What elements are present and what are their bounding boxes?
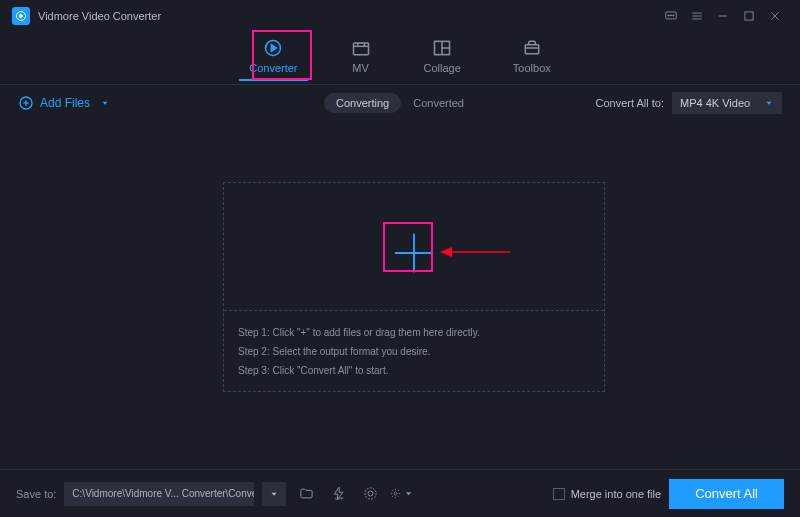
bottom-bar: Save to: C:\Vidmore\Vidmore V... Convert… <box>0 469 800 517</box>
svg-rect-22 <box>525 45 538 54</box>
checkbox-icon <box>553 488 565 500</box>
svg-marker-39 <box>406 492 412 495</box>
close-button[interactable] <box>762 3 788 29</box>
save-path-dropdown[interactable] <box>262 482 286 506</box>
tab-converter[interactable]: Converter <box>243 38 303 80</box>
svg-point-38 <box>394 492 397 495</box>
save-to-label: Save to: <box>16 488 56 500</box>
titlebar: Vidmore Video Converter <box>0 0 800 32</box>
add-files-plus-button[interactable] <box>390 229 438 277</box>
subtab-converting[interactable]: Converting <box>324 93 401 113</box>
step-1: Step 1: Click "+" to add files or drag t… <box>238 323 590 342</box>
minimize-button[interactable] <box>710 3 736 29</box>
maximize-button[interactable] <box>736 3 762 29</box>
open-folder-button[interactable] <box>294 482 318 506</box>
app-title: Vidmore Video Converter <box>38 10 161 22</box>
tab-label: Collage <box>424 62 461 74</box>
sub-toolbar: Add Files Converting Converted Convert A… <box>0 84 800 120</box>
svg-marker-27 <box>103 101 108 104</box>
hardware-accel-button[interactable]: OFF <box>326 482 350 506</box>
tab-toolbox[interactable]: Toolbox <box>507 38 557 80</box>
tab-label: Toolbox <box>513 62 551 74</box>
add-files-label: Add Files <box>40 96 90 110</box>
svg-text:OFF: OFF <box>335 496 344 501</box>
sub-tabs: Converting Converted <box>324 93 476 113</box>
svg-rect-15 <box>353 43 368 55</box>
merge-checkbox[interactable]: Merge into one file <box>553 488 662 500</box>
instructions: Step 1: Click "+" to add files or drag t… <box>238 323 590 380</box>
app-logo-icon <box>12 7 30 25</box>
settings-button[interactable] <box>390 482 414 506</box>
feedback-icon[interactable] <box>658 3 684 29</box>
svg-marker-28 <box>767 101 772 104</box>
add-files-button[interactable]: Add Files <box>18 95 110 111</box>
step-3: Step 3: Click "Convert All" to start. <box>238 361 590 380</box>
menu-icon[interactable] <box>684 3 710 29</box>
svg-marker-14 <box>272 45 277 52</box>
subtab-converted[interactable]: Converted <box>401 93 476 113</box>
svg-rect-10 <box>745 12 753 20</box>
merge-label: Merge into one file <box>571 488 662 500</box>
convert-all-button[interactable]: Convert All <box>669 479 784 509</box>
svg-point-3 <box>668 15 669 16</box>
high-speed-button[interactable] <box>358 482 382 506</box>
divider <box>224 310 604 311</box>
save-path-field[interactable]: C:\Vidmore\Vidmore V... Converter\Conver… <box>64 482 254 506</box>
tab-mv[interactable]: MV <box>344 38 378 80</box>
svg-marker-33 <box>272 492 277 495</box>
tab-label: Converter <box>249 62 297 74</box>
tab-collage[interactable]: Collage <box>418 38 467 80</box>
svg-point-37 <box>368 491 373 496</box>
drop-area[interactable]: Step 1: Click "+" to add files or drag t… <box>223 182 605 392</box>
svg-marker-1 <box>20 14 23 18</box>
step-2: Step 2: Select the output format you des… <box>238 342 590 361</box>
svg-point-36 <box>365 488 376 499</box>
svg-point-5 <box>673 15 674 16</box>
svg-point-4 <box>670 15 671 16</box>
output-format-select[interactable]: MP4 4K Video <box>672 92 782 114</box>
main-tabs: Converter MV Collage Toolbox <box>0 32 800 84</box>
format-value: MP4 4K Video <box>680 97 750 109</box>
convert-all-to-label: Convert All to: <box>596 97 664 109</box>
tab-label: MV <box>352 62 369 74</box>
